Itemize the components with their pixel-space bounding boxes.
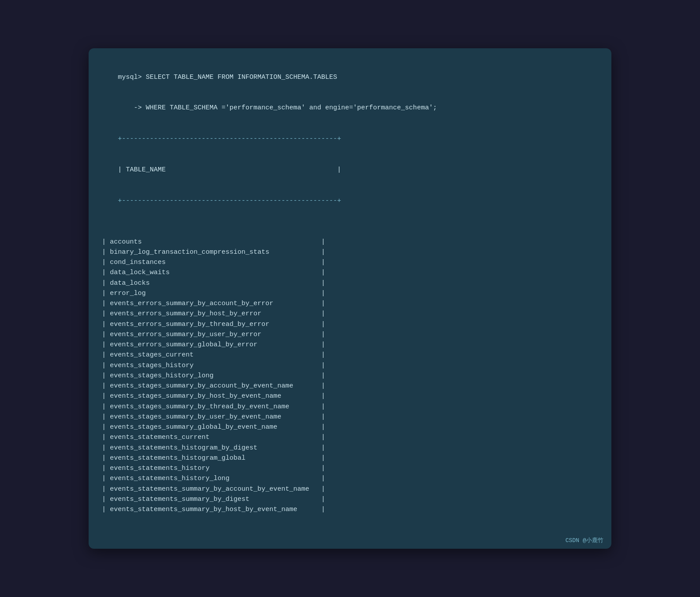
table-row: | error_log |	[102, 290, 325, 297]
table-row: | events_stages_current |	[102, 351, 325, 359]
separator-top: +---------------------------------------…	[118, 135, 341, 143]
table-row: | events_stages_summary_by_host_by_event…	[102, 392, 325, 400]
table-row: | accounts |	[102, 238, 325, 246]
table-row: | events_stages_summary_by_thread_by_eve…	[102, 403, 325, 411]
table-row: | binary_log_transaction_compression_sta…	[102, 248, 325, 256]
table-row: | events_statements_histogram_global |	[102, 454, 325, 462]
table-row: | data_lock_waits |	[102, 269, 325, 276]
table-row: | events_errors_summary_by_account_by_er…	[102, 300, 325, 307]
watermark: CSDN @小鹿竹	[565, 536, 603, 544]
table-row: | events_statements_history |	[102, 465, 325, 472]
table-row: | events_statements_histogram_by_digest …	[102, 444, 325, 452]
table-row: | cond_instances |	[102, 259, 325, 266]
table-row: | events_errors_summary_global_by_error …	[102, 341, 325, 349]
separator-header: +---------------------------------------…	[118, 197, 341, 205]
table-row: | events_errors_summary_by_thread_by_err…	[102, 321, 325, 328]
table-row: | events_statements_summary_by_account_b…	[102, 485, 325, 493]
table-rows: | accounts | | binary_log_transaction_co…	[102, 237, 598, 515]
table-row: | events_statements_history_long |	[102, 475, 325, 482]
command-line-1: mysql> SELECT TABLE_NAME FROM INFORMATIO…	[118, 74, 337, 81]
table-row: | data_locks |	[102, 279, 325, 287]
table-header: | TABLE_NAME |	[118, 166, 341, 174]
table-row: | events_stages_history |	[102, 362, 325, 369]
terminal-window: mysql> SELECT TABLE_NAME FROM INFORMATIO…	[89, 48, 611, 549]
table-row: | events_stages_summary_by_user_by_event…	[102, 413, 325, 421]
table-row: | events_stages_history_long |	[102, 372, 325, 380]
table-row: | events_statements_summary_by_digest |	[102, 496, 325, 503]
command-line-2: -> WHERE TABLE_SCHEMA ='performance_sche…	[118, 104, 437, 112]
table-row: | events_stages_summary_global_by_event_…	[102, 423, 325, 431]
terminal-content: mysql> SELECT TABLE_NAME FROM INFORMATIO…	[102, 62, 598, 535]
table-row: | events_errors_summary_by_host_by_error…	[102, 310, 325, 318]
table-row: | events_errors_summary_by_user_by_error…	[102, 331, 325, 338]
table-row: | events_stages_summary_by_account_by_ev…	[102, 382, 325, 390]
table-row: | events_statements_current |	[102, 434, 325, 441]
table-row: | events_statements_summary_by_host_by_e…	[102, 506, 325, 513]
